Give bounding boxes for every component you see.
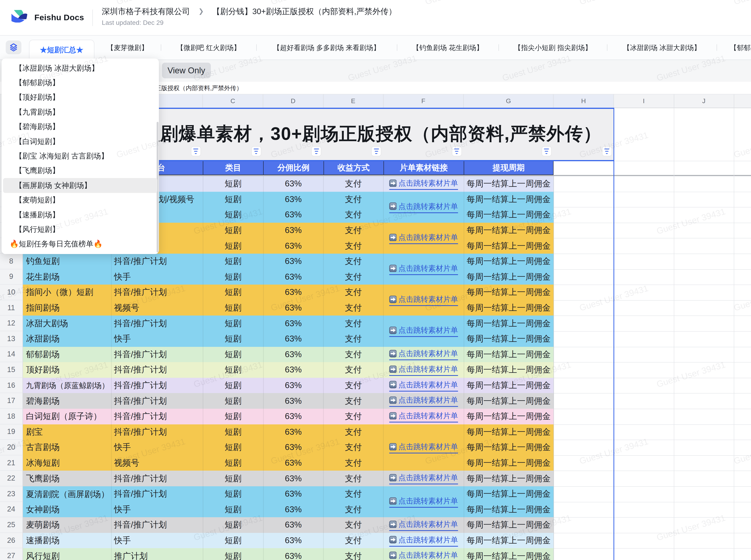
cell-name-17[interactable]: 碧海剧场: [26, 393, 111, 409]
cell-withdraw-4[interactable]: 每周一结算上一周佣金: [464, 192, 553, 207]
cell-withdraw-21[interactable]: 每周一结算上一周佣金: [464, 455, 553, 471]
column-letter-D[interactable]: D: [263, 94, 323, 108]
row-number-8[interactable]: 8: [0, 254, 23, 269]
cell-commission-19[interactable]: 63%: [263, 424, 323, 440]
cell-income-26[interactable]: 支付: [323, 533, 383, 548]
row-number-23[interactable]: 23: [0, 486, 23, 502]
cell-withdraw-13[interactable]: 每周一结算上一周佣金: [464, 331, 553, 347]
row-number-17[interactable]: 17: [0, 393, 23, 409]
cell-withdraw-26[interactable]: 每周一结算上一周佣金: [464, 533, 553, 548]
cell-withdraw-23[interactable]: 每周一结算上一周佣金: [464, 486, 553, 502]
material-link-4[interactable]: 点击跳转素材片单: [389, 201, 458, 213]
cell-withdraw-6[interactable]: 每周一结算上一周佣金: [464, 223, 553, 238]
row-number-22[interactable]: 22: [0, 471, 23, 486]
table-header-F[interactable]: 片单素材链接: [383, 161, 464, 175]
cell-commission-11[interactable]: 63%: [263, 300, 323, 316]
cell-commission-17[interactable]: 63%: [263, 393, 323, 409]
row-number-10[interactable]: 10: [0, 285, 23, 300]
cell-commission-20[interactable]: 63%: [263, 440, 323, 455]
cell-income-5[interactable]: 支付: [323, 207, 383, 222]
column-letter-K[interactable]: K: [734, 94, 751, 108]
cell-commission-10[interactable]: 63%: [263, 285, 323, 300]
cell-income-17[interactable]: 支付: [323, 393, 383, 409]
cell-income-21[interactable]: 支付: [323, 455, 383, 471]
cell-commission-18[interactable]: 63%: [263, 409, 323, 424]
dropdown-item-7[interactable]: 【剧宝 冰海短剧 古言剧场】: [3, 149, 157, 163]
cell-category-15[interactable]: 短剧: [203, 362, 263, 378]
cell-commission-12[interactable]: 63%: [263, 316, 323, 331]
cell-income-10[interactable]: 支付: [323, 285, 383, 300]
cell-category-18[interactable]: 短剧: [203, 409, 263, 424]
cell-income-3[interactable]: 支付: [323, 176, 383, 192]
dropdown-item-11[interactable]: 【速播剧场】: [3, 207, 157, 222]
row-number-27[interactable]: 27: [0, 548, 23, 560]
filter-button-E[interactable]: [372, 146, 381, 156]
cell-category-26[interactable]: 短剧: [203, 533, 263, 548]
dropdown-item-4[interactable]: 【九霄剧场】: [3, 105, 157, 119]
cell-withdraw-5[interactable]: 每周一结算上一周佣金: [464, 207, 553, 222]
material-link-12[interactable]: 点击跳转素材片单: [389, 325, 458, 337]
cell-name-9[interactable]: 花生剧场: [26, 269, 111, 285]
cell-category-25[interactable]: 短剧: [203, 517, 263, 533]
cell-commission-7[interactable]: 63%: [263, 238, 323, 254]
cell-category-4[interactable]: 短剧: [203, 192, 263, 207]
material-link-16[interactable]: 点击跳转素材片单: [389, 380, 458, 391]
column-letter-I[interactable]: I: [614, 94, 674, 108]
cell-withdraw-9[interactable]: 每周一结算上一周佣金: [464, 269, 553, 285]
sheet-list-button[interactable]: [6, 40, 21, 54]
cell-category-14[interactable]: 短剧: [203, 347, 263, 362]
table-header-C[interactable]: 类目: [203, 161, 263, 175]
title-merged-cell[interactable]: 短剧爆单素材，30+剧场正版授权（内部资料,严禁外传）: [111, 108, 614, 161]
row-number-26[interactable]: 26: [0, 533, 23, 548]
cell-category-24[interactable]: 短剧: [203, 502, 263, 517]
cell-commission-15[interactable]: 63%: [263, 362, 323, 378]
material-link-10[interactable]: 点击跳转素材片单: [389, 294, 458, 306]
cell-withdraw-16[interactable]: 每周一结算上一周佣金: [464, 378, 553, 393]
column-letter-F[interactable]: F: [383, 94, 464, 108]
cell-commission-26[interactable]: 63%: [263, 533, 323, 548]
row-number-24[interactable]: 24: [0, 502, 23, 517]
material-link-6[interactable]: 点击跳转素材片单: [389, 232, 458, 244]
cell-name-11[interactable]: 指间剧场: [26, 300, 111, 316]
filter-button-B[interactable]: [191, 146, 200, 156]
cell-category-5[interactable]: 短剧: [203, 207, 263, 222]
cell-commission-14[interactable]: 63%: [263, 347, 323, 362]
material-link-26[interactable]: 点击跳转素材片单: [389, 535, 458, 546]
cell-name-8[interactable]: 钓鱼短剧: [26, 254, 111, 269]
cell-income-12[interactable]: 支付: [323, 316, 383, 331]
cell-withdraw-18[interactable]: 每周一结算上一周佣金: [464, 409, 553, 424]
row-number-16[interactable]: 16: [0, 378, 23, 393]
column-letter-J[interactable]: J: [674, 94, 734, 108]
cell-commission-4[interactable]: 63%: [263, 192, 323, 207]
material-link-19[interactable]: 点击跳转素材片单: [389, 442, 458, 454]
row-number-12[interactable]: 12: [0, 316, 23, 331]
table-header-G[interactable]: 提现周期: [464, 161, 553, 175]
cell-income-16[interactable]: 支付: [323, 378, 383, 393]
dropdown-item-9[interactable]: 【画屏剧场 女神剧场】: [3, 178, 157, 193]
dropdown-item-3[interactable]: 【顶好剧场】: [3, 90, 157, 105]
filter-button-C[interactable]: [251, 146, 261, 156]
tab-sheet-2[interactable]: 【麦芽微剧】: [94, 35, 161, 60]
cell-income-13[interactable]: 支付: [323, 331, 383, 347]
cell-withdraw-12[interactable]: 每周一结算上一周佣金: [464, 316, 553, 331]
cell-category-17[interactable]: 短剧: [203, 393, 263, 409]
cell-name-18[interactable]: 白词短剧（原子诗）: [26, 409, 111, 424]
cell-category-19[interactable]: 短剧: [203, 424, 263, 440]
dropdown-item-12[interactable]: 【风行短剧】: [3, 222, 157, 237]
cell-commission-9[interactable]: 63%: [263, 269, 323, 285]
row-number-14[interactable]: 14: [0, 347, 23, 362]
table-header-D[interactable]: 分佣比例: [263, 161, 323, 175]
filter-button-D[interactable]: [312, 146, 321, 156]
cell-commission-13[interactable]: 63%: [263, 331, 323, 347]
cell-name-15[interactable]: 顶好剧场: [26, 362, 111, 378]
cell-category-7[interactable]: 短剧: [203, 238, 263, 254]
cell-withdraw-3[interactable]: 每周一结算上一周佣金: [464, 176, 553, 192]
cell-withdraw-10[interactable]: 每周一结算上一周佣金: [464, 285, 553, 300]
cell-category-21[interactable]: 短剧: [203, 455, 263, 471]
cell-income-22[interactable]: 支付: [323, 471, 383, 486]
material-link-8[interactable]: 点击跳转素材片单: [389, 263, 458, 275]
cell-category-10[interactable]: 短剧: [203, 285, 263, 300]
cell-commission-25[interactable]: 63%: [263, 517, 323, 533]
cell-commission-6[interactable]: 63%: [263, 223, 323, 238]
tab-sheet-3[interactable]: 【微剧吧 红火剧场】: [161, 35, 256, 60]
